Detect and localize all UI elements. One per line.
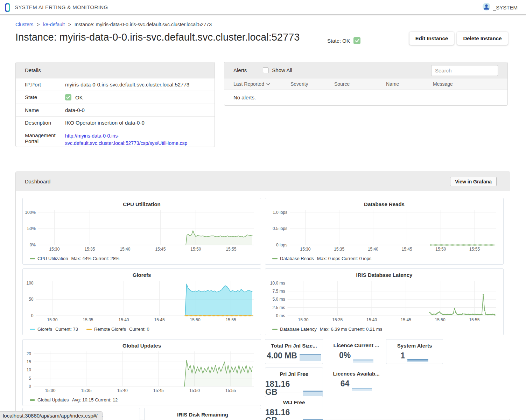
chart-plot: 15:3015:3515:4015:4515:5015:550 ms2.5 ms… [265,279,503,326]
column-severity[interactable]: Severity [290,81,334,87]
svg-text:0: 0 [29,384,31,389]
svg-text:0: 0 [31,313,34,318]
svg-text:100%: 100% [25,210,36,215]
column-name[interactable]: Name [386,81,433,87]
view-in-grafana-button[interactable]: View in Grafana [450,177,497,186]
svg-text:0 iops: 0 iops [276,243,287,247]
svg-text:15:55: 15:55 [226,317,236,322]
svg-text:15:55: 15:55 [226,247,236,252]
chart-svg: 15:3015:3515:4015:4515:5015:550%50%100% [24,209,259,253]
details-row-label: IP:Port [16,78,65,91]
app-root: SYSTEM ALERTING & MONITORING _SYSTEM Clu… [0,0,526,420]
show-all-checkbox[interactable] [263,68,268,73]
svg-text:5: 5 [29,376,31,381]
alerts-header: Alerts [233,67,247,73]
page-title: Instance: myiris-data-0-0.iris-svc.defau… [15,31,300,43]
breadcrumb-separator: > [68,22,71,27]
details-card: Details IP:Port myiris-data-0-0.iris-svc… [15,62,215,147]
chart-title: Glorefs [23,269,261,278]
svg-text:10: 10 [27,368,31,372]
chart-title: CPU Utilization [23,198,261,207]
username[interactable]: _SYSTEM [493,5,518,10]
state-ok-check-icon [65,94,71,100]
svg-text:50: 50 [29,297,34,302]
chart-title: Global Updates [23,340,261,349]
svg-text:15:40: 15:40 [120,247,130,252]
stat-licences-available: Licences Availab... 64 [330,368,383,392]
state-indicator: State: OK [327,37,360,44]
legend-series-stats: Max: 6.39 ms Current: 0.21 ms [320,327,382,332]
svg-text:10.0 ms: 10.0 ms [270,281,285,286]
svg-text:15:30: 15:30 [300,247,310,252]
stat-value: 181.16 GB [265,408,301,420]
details-row: Description IKO Operator insertion of da… [16,117,215,129]
svg-text:15:35: 15:35 [334,247,344,252]
user-avatar-icon[interactable] [483,3,490,12]
top-bar: SYSTEM ALERTING & MONITORING _SYSTEM [0,0,526,15]
legend-swatch [30,258,35,259]
column-last-reported[interactable]: Last Reported [224,81,290,87]
details-row: Management Portal http://myiris-data-0-0… [16,129,215,150]
svg-text:7.5 ms: 7.5 ms [272,289,285,294]
stat-value: 181.16 GB [265,380,301,396]
legend-series-stats: Current: 0 [129,327,149,332]
dashboard-header: Dashboard [25,178,50,184]
svg-text:15:55: 15:55 [469,317,479,322]
stat-value: 1 [401,352,405,360]
glorefs-panel: Glorefs 15:3015:3515:4015:4515:5015:5505… [22,268,261,335]
stat-system-alerts: System Alerts 1 [386,339,443,364]
svg-text:15:45: 15:45 [402,247,412,252]
chart-svg: 15:3015:3515:4015:4515:5015:550 ms2.5 ms… [267,279,502,324]
legend-series-name[interactable]: Database Reads [280,256,314,261]
svg-text:15:50: 15:50 [190,247,201,252]
svg-text:50%: 50% [27,226,36,231]
svg-text:15:40: 15:40 [366,317,377,322]
legend-series-name[interactable]: Glorefs [37,327,52,332]
alerts-card: Alerts Show All Last Reported Severity S… [224,62,508,106]
legend-item: Global UpdatesAvg: 10.15 Current: 12 [30,397,118,402]
legend-series-stats: Avg: 10.15 Current: 12 [72,397,118,402]
app-title: SYSTEM ALERTING & MONITORING [15,4,108,10]
chart-legend: Global UpdatesAvg: 10.15 Current: 12 [30,397,118,402]
chart-title: IRIS Disk Remaining [145,408,261,418]
chart-legend: Database LatencyMax: 6.39 ms Current: 0.… [272,327,382,332]
svg-text:15:30: 15:30 [49,247,59,252]
svg-text:20: 20 [27,351,31,356]
stat-total-pri-jnl-size: Total Pri Jnl Size... 4.00 MB [265,339,323,364]
chart-title: IRIS Database Latency [265,269,503,278]
legend-series-name[interactable]: Remote Glorefs [94,327,126,332]
breadcrumb-clusters-link[interactable]: Clusters [15,22,33,27]
column-message[interactable]: Message [433,81,507,87]
details-row: Name data-0-0 [16,104,215,117]
details-row-label: Name [16,104,65,116]
svg-text:15: 15 [27,359,31,364]
breadcrumb: Clusters > k8-default > Instance: myiris… [15,22,212,27]
alerts-search-input[interactable] [431,65,498,76]
stat-value: 4.00 MB [267,352,297,360]
svg-text:0 ms: 0 ms [276,313,285,318]
edit-instance-button[interactable]: Edit Instance [409,32,454,45]
chart-svg: 15:3015:3515:4015:4515:5015:550 iops0.5 … [267,209,502,253]
legend-series-name[interactable]: CPU Utilization [37,256,68,261]
svg-text:15:30: 15:30 [45,388,55,393]
svg-text:15:35: 15:35 [81,388,92,393]
iris-database-latency-panel: IRIS Database Latency 15:3015:3515:4015:… [265,268,504,335]
management-portal-link[interactable]: http://myiris-data-0-0.iris- svc.default… [65,129,191,150]
legend-swatch [30,329,35,330]
svg-text:15:40: 15:40 [368,247,378,252]
legend-series-name[interactable]: Database Latency [280,327,317,332]
legend-series-stats: Current: 73 [55,327,78,332]
svg-text:100: 100 [26,281,33,286]
database-reads-panel: Database Reads 15:3015:3515:4015:4515:50… [265,198,504,265]
sam-logo-icon [4,3,11,14]
legend-swatch [86,329,92,330]
legend-series-name[interactable]: Global Updates [37,397,69,402]
column-source[interactable]: Source [334,81,386,87]
chart-plot: 15:3015:3515:4015:4515:5015:5505101520 [23,350,261,396]
svg-text:15:45: 15:45 [154,317,165,322]
breadcrumb-cluster-link[interactable]: k8-default [43,22,64,27]
legend-series-stats: Max: 0 iops Current: 0 iops [317,256,371,261]
delete-instance-button[interactable]: Delete Instance [457,32,508,45]
legend-item: Remote GlorefsCurrent: 0 [86,327,149,332]
stat-value: 64 [341,380,350,388]
